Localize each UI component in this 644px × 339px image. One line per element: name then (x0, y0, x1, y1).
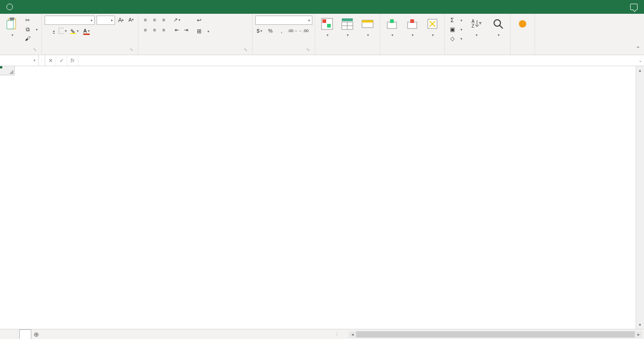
copy-button[interactable]: ⧉ (23, 25, 39, 34)
align-right-icon[interactable]: ≡ (160, 26, 168, 34)
underline-button[interactable] (52, 28, 55, 34)
group-addins (511, 14, 535, 55)
clear-button[interactable]: ◇ (448, 34, 463, 43)
sheet-tab[interactable] (19, 329, 31, 339)
expand-formula-bar-icon[interactable]: ⌄ (637, 58, 644, 63)
wrap-text-button[interactable]: ↩ (195, 16, 210, 25)
svg-rect-3 (59, 28, 64, 34)
increase-font-icon[interactable]: A▴ (117, 16, 125, 24)
merge-icon: ⊞ (196, 28, 203, 35)
svg-rect-8 (327, 24, 331, 28)
find-icon (491, 17, 506, 31)
group-number: ▾ $ % , .00→ ←.00 ⤡ (253, 14, 315, 55)
autosum-icon: Σ (448, 17, 456, 24)
styles-group-label (318, 52, 377, 54)
merge-center-button[interactable]: ⊞ (195, 27, 210, 36)
enter-formula-icon[interactable]: ✓ (56, 55, 67, 66)
cell-styles-button[interactable] (358, 16, 377, 38)
insert-cells-button[interactable] (383, 16, 401, 38)
svg-rect-5 (83, 34, 90, 35)
formula-bar: ▾ ⋮ ✕ ✓ fx ⌄ (0, 55, 644, 66)
decrease-font-icon[interactable]: A▾ (127, 16, 135, 24)
select-all-corner[interactable] (0, 66, 15, 75)
tell-me-search[interactable] (0, 4, 630, 10)
svg-rect-14 (362, 20, 373, 23)
comment-icon[interactable] (630, 4, 638, 10)
spreadsheet-grid: ▴ ▾ (0, 66, 644, 329)
align-top-icon[interactable]: ≡ (141, 16, 150, 24)
number-group-label: ⤡ (255, 52, 312, 54)
clipboard-launcher[interactable]: ⤡ (32, 47, 38, 53)
format-as-table-button[interactable] (338, 16, 356, 38)
autosum-button[interactable]: Σ (448, 16, 463, 25)
paste-button[interactable] (3, 16, 21, 38)
name-box[interactable]: ▾ (0, 55, 39, 66)
menu-bar (0, 0, 644, 14)
font-launcher[interactable]: ⤡ (129, 47, 134, 53)
number-launcher[interactable]: ⤡ (305, 47, 311, 53)
editing-group-label (448, 52, 507, 54)
cut-icon: ✂ (24, 17, 31, 24)
ribbon: ✂ ⧉ 🖌 ⤡ ▾ ▾ A▴ A▾ A ⤡ (0, 14, 644, 55)
comma-format-icon[interactable]: , (277, 27, 286, 35)
group-alignment: ≡ ≡ ≡ ≡ ≡ ≡ ↗ ⇤ ⇥ ↩ ⊞ (138, 14, 253, 55)
accounting-format-icon[interactable]: $ (255, 27, 264, 35)
addins-icon (515, 17, 530, 31)
insert-function-icon[interactable]: fx (67, 55, 78, 66)
scroll-right-icon[interactable]: ▸ (635, 332, 642, 337)
format-table-icon (340, 17, 355, 31)
orientation-button[interactable]: ↗ (172, 16, 181, 24)
font-size-combo[interactable]: ▾ (97, 16, 115, 25)
align-middle-icon[interactable]: ≡ (150, 16, 159, 24)
vertical-scrollbar[interactable]: ▴ ▾ (636, 66, 644, 329)
svg-rect-16 (390, 19, 394, 23)
scroll-left-icon[interactable]: ◂ (349, 332, 356, 337)
sort-filter-button[interactable]: AZ (467, 16, 485, 38)
svg-rect-18 (410, 19, 414, 23)
group-cells (380, 14, 445, 55)
scroll-down-icon[interactable]: ▾ (636, 321, 644, 329)
format-icon (425, 17, 440, 31)
increase-indent-icon[interactable]: ⇥ (182, 26, 190, 34)
align-left-icon[interactable]: ≡ (141, 26, 150, 34)
percent-format-icon[interactable]: % (266, 27, 275, 35)
fill-button[interactable]: ▣ (448, 25, 463, 34)
number-format-combo[interactable]: ▾ (255, 16, 312, 25)
alignment-launcher[interactable]: ⤡ (243, 47, 248, 53)
format-painter-icon: 🖌 (24, 35, 31, 42)
decrease-decimal-icon[interactable]: ←.00 (299, 27, 308, 35)
collapse-ribbon-icon[interactable]: ⌃ (636, 45, 640, 52)
format-painter-button[interactable]: 🖌 (23, 34, 39, 43)
sheet-tab-bar: ⊕ ⋮ ◂ ▸ (0, 329, 644, 339)
increase-decimal-icon[interactable]: .00→ (288, 27, 297, 35)
fill-color-button[interactable] (70, 27, 79, 35)
scroll-up-icon[interactable]: ▴ (636, 66, 644, 74)
format-cells-button[interactable] (423, 16, 442, 38)
insert-icon (385, 17, 399, 31)
clear-icon: ◇ (448, 35, 456, 42)
delete-cells-button[interactable] (403, 16, 421, 38)
cut-button[interactable]: ✂ (23, 16, 39, 25)
delete-icon (405, 17, 420, 31)
find-select-button[interactable] (489, 16, 507, 38)
border-button[interactable] (58, 27, 67, 35)
svg-rect-17 (408, 22, 417, 28)
font-name-combo[interactable]: ▾ (45, 16, 95, 25)
add-sheet-button[interactable]: ⊕ (31, 329, 41, 339)
formula-input[interactable] (78, 55, 637, 66)
svg-rect-9 (342, 18, 353, 21)
cancel-formula-icon[interactable]: ✕ (45, 55, 56, 66)
clipboard-group-label: ⤡ (3, 52, 39, 54)
horizontal-scrollbar[interactable]: ◂ ▸ (349, 331, 642, 338)
addins-group-label (513, 52, 532, 54)
align-center-icon[interactable]: ≡ (150, 26, 159, 34)
align-bottom-icon[interactable]: ≡ (160, 16, 168, 24)
conditional-formatting-icon (320, 17, 334, 31)
svg-text:Z: Z (472, 23, 474, 28)
decrease-indent-icon[interactable]: ⇤ (172, 26, 181, 34)
conditional-formatting-button[interactable] (318, 16, 336, 38)
font-color-button[interactable]: A (82, 27, 91, 35)
sort-filter-icon: AZ (469, 17, 483, 31)
addins-button[interactable] (513, 16, 532, 33)
paste-icon (5, 17, 19, 31)
